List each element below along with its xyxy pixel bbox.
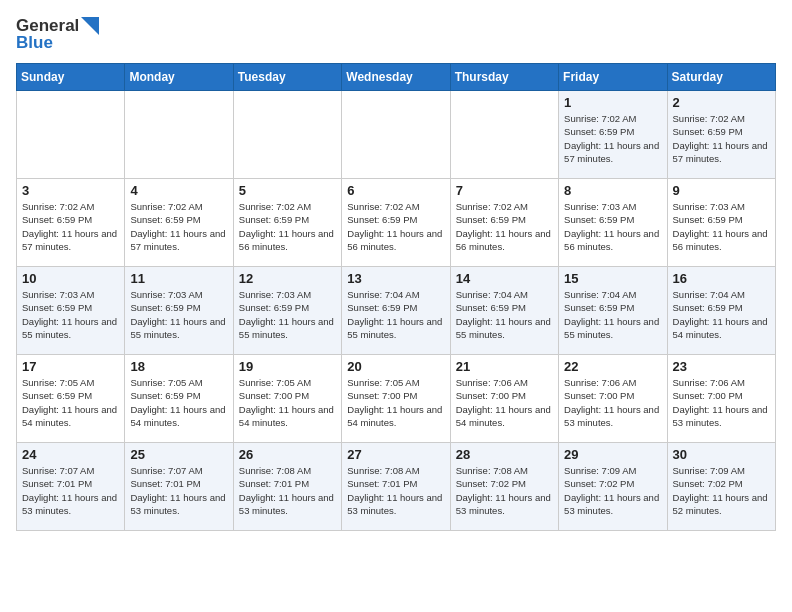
calendar-cell: 3 Sunrise: 7:02 AM Sunset: 6:59 PM Dayli… bbox=[17, 179, 125, 267]
weekday-header-friday: Friday bbox=[559, 64, 667, 91]
calendar-cell: 20 Sunrise: 7:05 AM Sunset: 7:00 PM Dayl… bbox=[342, 355, 450, 443]
day-info: Sunrise: 7:03 AM Sunset: 6:59 PM Dayligh… bbox=[22, 288, 119, 341]
calendar-cell bbox=[233, 91, 341, 179]
day-number: 1 bbox=[564, 95, 661, 110]
day-number: 14 bbox=[456, 271, 553, 286]
calendar-cell: 19 Sunrise: 7:05 AM Sunset: 7:00 PM Dayl… bbox=[233, 355, 341, 443]
calendar-cell: 2 Sunrise: 7:02 AM Sunset: 6:59 PM Dayli… bbox=[667, 91, 775, 179]
day-info: Sunrise: 7:04 AM Sunset: 6:59 PM Dayligh… bbox=[456, 288, 553, 341]
day-info: Sunrise: 7:05 AM Sunset: 6:59 PM Dayligh… bbox=[22, 376, 119, 429]
day-number: 9 bbox=[673, 183, 770, 198]
calendar-cell: 12 Sunrise: 7:03 AM Sunset: 6:59 PM Dayl… bbox=[233, 267, 341, 355]
day-number: 26 bbox=[239, 447, 336, 462]
header: General Blue bbox=[16, 16, 776, 53]
calendar-cell: 13 Sunrise: 7:04 AM Sunset: 6:59 PM Dayl… bbox=[342, 267, 450, 355]
calendar-cell: 1 Sunrise: 7:02 AM Sunset: 6:59 PM Dayli… bbox=[559, 91, 667, 179]
calendar-cell: 26 Sunrise: 7:08 AM Sunset: 7:01 PM Dayl… bbox=[233, 443, 341, 531]
day-number: 23 bbox=[673, 359, 770, 374]
svg-marker-0 bbox=[81, 17, 99, 35]
day-info: Sunrise: 7:04 AM Sunset: 6:59 PM Dayligh… bbox=[564, 288, 661, 341]
day-number: 2 bbox=[673, 95, 770, 110]
day-info: Sunrise: 7:05 AM Sunset: 6:59 PM Dayligh… bbox=[130, 376, 227, 429]
day-number: 18 bbox=[130, 359, 227, 374]
day-number: 12 bbox=[239, 271, 336, 286]
day-info: Sunrise: 7:03 AM Sunset: 6:59 PM Dayligh… bbox=[130, 288, 227, 341]
day-info: Sunrise: 7:09 AM Sunset: 7:02 PM Dayligh… bbox=[673, 464, 770, 517]
calendar-cell: 10 Sunrise: 7:03 AM Sunset: 6:59 PM Dayl… bbox=[17, 267, 125, 355]
day-info: Sunrise: 7:09 AM Sunset: 7:02 PM Dayligh… bbox=[564, 464, 661, 517]
weekday-header-sunday: Sunday bbox=[17, 64, 125, 91]
day-info: Sunrise: 7:07 AM Sunset: 7:01 PM Dayligh… bbox=[130, 464, 227, 517]
day-number: 15 bbox=[564, 271, 661, 286]
day-info: Sunrise: 7:02 AM Sunset: 6:59 PM Dayligh… bbox=[673, 112, 770, 165]
day-number: 5 bbox=[239, 183, 336, 198]
day-info: Sunrise: 7:06 AM Sunset: 7:00 PM Dayligh… bbox=[564, 376, 661, 429]
weekday-header-wednesday: Wednesday bbox=[342, 64, 450, 91]
calendar-cell: 16 Sunrise: 7:04 AM Sunset: 6:59 PM Dayl… bbox=[667, 267, 775, 355]
day-number: 3 bbox=[22, 183, 119, 198]
day-info: Sunrise: 7:03 AM Sunset: 6:59 PM Dayligh… bbox=[673, 200, 770, 253]
day-number: 13 bbox=[347, 271, 444, 286]
calendar-cell: 15 Sunrise: 7:04 AM Sunset: 6:59 PM Dayl… bbox=[559, 267, 667, 355]
calendar-cell: 4 Sunrise: 7:02 AM Sunset: 6:59 PM Dayli… bbox=[125, 179, 233, 267]
day-number: 10 bbox=[22, 271, 119, 286]
logo: General Blue bbox=[16, 16, 99, 53]
day-number: 27 bbox=[347, 447, 444, 462]
day-info: Sunrise: 7:05 AM Sunset: 7:00 PM Dayligh… bbox=[239, 376, 336, 429]
day-number: 29 bbox=[564, 447, 661, 462]
weekday-header-saturday: Saturday bbox=[667, 64, 775, 91]
day-number: 30 bbox=[673, 447, 770, 462]
day-number: 6 bbox=[347, 183, 444, 198]
day-info: Sunrise: 7:08 AM Sunset: 7:01 PM Dayligh… bbox=[239, 464, 336, 517]
calendar-cell: 27 Sunrise: 7:08 AM Sunset: 7:01 PM Dayl… bbox=[342, 443, 450, 531]
day-info: Sunrise: 7:03 AM Sunset: 6:59 PM Dayligh… bbox=[239, 288, 336, 341]
day-info: Sunrise: 7:07 AM Sunset: 7:01 PM Dayligh… bbox=[22, 464, 119, 517]
week-row-1: 1 Sunrise: 7:02 AM Sunset: 6:59 PM Dayli… bbox=[17, 91, 776, 179]
calendar-cell: 9 Sunrise: 7:03 AM Sunset: 6:59 PM Dayli… bbox=[667, 179, 775, 267]
calendar-cell: 30 Sunrise: 7:09 AM Sunset: 7:02 PM Dayl… bbox=[667, 443, 775, 531]
week-row-4: 17 Sunrise: 7:05 AM Sunset: 6:59 PM Dayl… bbox=[17, 355, 776, 443]
day-info: Sunrise: 7:02 AM Sunset: 6:59 PM Dayligh… bbox=[22, 200, 119, 253]
calendar-cell bbox=[342, 91, 450, 179]
calendar-cell bbox=[17, 91, 125, 179]
calendar-cell: 7 Sunrise: 7:02 AM Sunset: 6:59 PM Dayli… bbox=[450, 179, 558, 267]
day-info: Sunrise: 7:04 AM Sunset: 6:59 PM Dayligh… bbox=[347, 288, 444, 341]
day-info: Sunrise: 7:06 AM Sunset: 7:00 PM Dayligh… bbox=[673, 376, 770, 429]
day-number: 25 bbox=[130, 447, 227, 462]
day-info: Sunrise: 7:05 AM Sunset: 7:00 PM Dayligh… bbox=[347, 376, 444, 429]
week-row-3: 10 Sunrise: 7:03 AM Sunset: 6:59 PM Dayl… bbox=[17, 267, 776, 355]
calendar-table: SundayMondayTuesdayWednesdayThursdayFrid… bbox=[16, 63, 776, 531]
calendar-cell: 28 Sunrise: 7:08 AM Sunset: 7:02 PM Dayl… bbox=[450, 443, 558, 531]
weekday-header-tuesday: Tuesday bbox=[233, 64, 341, 91]
weekday-header-thursday: Thursday bbox=[450, 64, 558, 91]
weekday-header-monday: Monday bbox=[125, 64, 233, 91]
calendar-cell: 6 Sunrise: 7:02 AM Sunset: 6:59 PM Dayli… bbox=[342, 179, 450, 267]
calendar-cell: 17 Sunrise: 7:05 AM Sunset: 6:59 PM Dayl… bbox=[17, 355, 125, 443]
day-number: 22 bbox=[564, 359, 661, 374]
day-number: 28 bbox=[456, 447, 553, 462]
day-number: 17 bbox=[22, 359, 119, 374]
day-number: 21 bbox=[456, 359, 553, 374]
calendar-cell: 29 Sunrise: 7:09 AM Sunset: 7:02 PM Dayl… bbox=[559, 443, 667, 531]
calendar-cell: 5 Sunrise: 7:02 AM Sunset: 6:59 PM Dayli… bbox=[233, 179, 341, 267]
day-number: 7 bbox=[456, 183, 553, 198]
week-row-5: 24 Sunrise: 7:07 AM Sunset: 7:01 PM Dayl… bbox=[17, 443, 776, 531]
day-info: Sunrise: 7:02 AM Sunset: 6:59 PM Dayligh… bbox=[564, 112, 661, 165]
logo-blue-text: Blue bbox=[16, 33, 53, 53]
logo-triangle-icon bbox=[81, 17, 99, 35]
week-row-2: 3 Sunrise: 7:02 AM Sunset: 6:59 PM Dayli… bbox=[17, 179, 776, 267]
day-info: Sunrise: 7:02 AM Sunset: 6:59 PM Dayligh… bbox=[130, 200, 227, 253]
weekday-header-row: SundayMondayTuesdayWednesdayThursdayFrid… bbox=[17, 64, 776, 91]
day-number: 19 bbox=[239, 359, 336, 374]
day-number: 24 bbox=[22, 447, 119, 462]
day-info: Sunrise: 7:02 AM Sunset: 6:59 PM Dayligh… bbox=[347, 200, 444, 253]
calendar-cell: 24 Sunrise: 7:07 AM Sunset: 7:01 PM Dayl… bbox=[17, 443, 125, 531]
calendar-cell: 22 Sunrise: 7:06 AM Sunset: 7:00 PM Dayl… bbox=[559, 355, 667, 443]
day-info: Sunrise: 7:06 AM Sunset: 7:00 PM Dayligh… bbox=[456, 376, 553, 429]
calendar-cell: 14 Sunrise: 7:04 AM Sunset: 6:59 PM Dayl… bbox=[450, 267, 558, 355]
day-info: Sunrise: 7:04 AM Sunset: 6:59 PM Dayligh… bbox=[673, 288, 770, 341]
calendar-cell: 18 Sunrise: 7:05 AM Sunset: 6:59 PM Dayl… bbox=[125, 355, 233, 443]
day-info: Sunrise: 7:08 AM Sunset: 7:02 PM Dayligh… bbox=[456, 464, 553, 517]
calendar-cell: 11 Sunrise: 7:03 AM Sunset: 6:59 PM Dayl… bbox=[125, 267, 233, 355]
day-number: 11 bbox=[130, 271, 227, 286]
